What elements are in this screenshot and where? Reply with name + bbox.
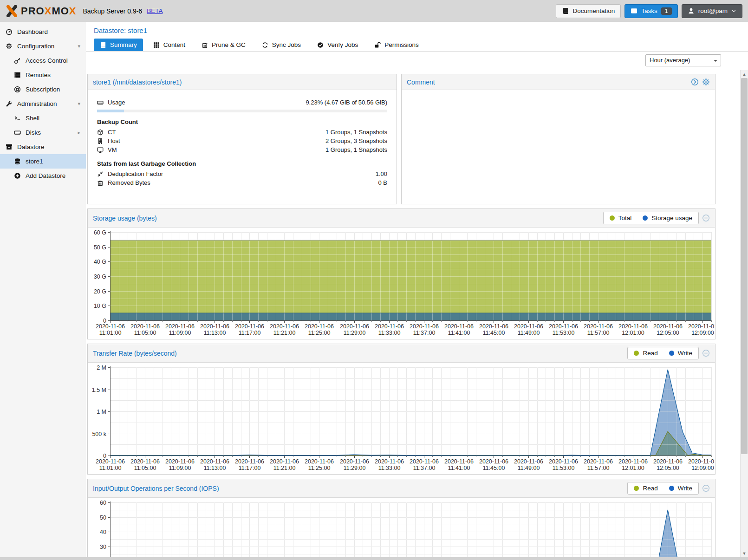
y-tick-label: 60: [100, 500, 106, 506]
scroll-up-arrow-icon[interactable]: ▲: [741, 71, 748, 78]
sidebar-item-store1[interactable]: store1: [0, 154, 86, 169]
proxmox-logo-icon: [6, 5, 18, 17]
iops-chart-title: Input/Output Operations per Second (IOPS…: [93, 485, 219, 492]
remotes-icon: [14, 72, 21, 78]
sidebar-item-administration[interactable]: Administration▾: [0, 97, 86, 111]
scrollbar-thumb[interactable]: [741, 78, 748, 454]
y-tick-label: 1 M: [97, 409, 106, 415]
collapse-icon[interactable]: [702, 484, 710, 492]
brand-text: PROXMOX: [21, 5, 77, 17]
chevron-down-icon[interactable]: ▾: [78, 101, 80, 107]
time-range-select[interactable]: Hour (average): [645, 54, 721, 66]
user-menu-button[interactable]: root@pam: [682, 4, 742, 18]
legend-item-write[interactable]: Write: [669, 485, 692, 492]
sidebar-item-dashboard[interactable]: Dashboard: [0, 25, 86, 39]
legend-item-write[interactable]: Write: [669, 350, 692, 357]
sidebar-item-subscription[interactable]: Subscription: [0, 82, 86, 97]
user-icon: [688, 7, 695, 14]
collapse-icon[interactable]: [702, 214, 710, 222]
sidebar-item-label: Dashboard: [17, 28, 48, 35]
grid-icon: [153, 42, 160, 48]
legend-label: Read: [643, 485, 657, 492]
comment-header: Comment: [402, 74, 715, 90]
sidebar-item-access-control[interactable]: Access Control: [0, 53, 86, 68]
row-label: Removed Bytes: [108, 179, 150, 186]
vertical-scrollbar[interactable]: ▲ ▼: [740, 70, 748, 557]
x-tick-label: 2020-11-0611:13:00: [200, 323, 229, 336]
desktop-icon: [97, 147, 104, 153]
x-tick-label: 2020-11-0611:57:00: [584, 323, 613, 336]
gc-stats-rows: Deduplication Factor1.00Removed Bytes0 B: [97, 169, 387, 187]
y-tick-label: 30 G: [94, 273, 106, 280]
tab-label: Summary: [110, 41, 137, 48]
key-icon: [14, 57, 21, 64]
axes: 60504030201002020-11-0611:01:002020-11-0…: [96, 500, 714, 560]
row-value: 2 Groups, 3 Snapshots: [325, 137, 387, 144]
legend-item-storage-usage[interactable]: Storage usage: [643, 215, 692, 221]
tab-label: Permissions: [384, 41, 419, 48]
y-tick-label: 50 G: [94, 244, 106, 251]
x-tick-label: 2020-11-0611:45:00: [479, 323, 508, 336]
beta-link[interactable]: BETA: [147, 7, 163, 14]
sidebar-item-shell[interactable]: Shell: [0, 111, 86, 125]
y-tick-label: 1.5 M: [92, 387, 106, 393]
y-tick-label: 60 G: [94, 229, 106, 236]
book-icon: [100, 42, 106, 48]
iops-chart: 60504030201002020-11-0611:01:002020-11-0…: [88, 498, 715, 560]
datastore-summary-header: store1 (/mnt/datastores/store1): [88, 74, 397, 90]
comment-body[interactable]: [402, 90, 715, 204]
sidebar-item-label: Access Control: [26, 57, 68, 64]
tasks-icon: [631, 7, 637, 14]
topbar-right: Documentation Tasks 1 root@pam: [556, 4, 742, 18]
iops-chart-header: Input/Output Operations per Second (IOPS…: [88, 479, 715, 498]
sidebar-item-datastore[interactable]: Datastore: [0, 140, 86, 154]
legend-item-total[interactable]: Total: [610, 215, 632, 221]
page-title: Datastore: store1: [94, 26, 748, 34]
comment-panel: Comment: [401, 74, 715, 204]
tab-sync-jobs[interactable]: Sync Jobs: [256, 39, 307, 51]
x-tick-label: 2020-11-0611:57:00: [584, 458, 613, 471]
brand-segment: X: [69, 5, 77, 17]
tab-permissions[interactable]: Permissions: [368, 39, 425, 51]
storage-usage-chart-title: Storage usage (bytes): [93, 215, 157, 222]
building-icon: [97, 138, 104, 144]
legend-label: Storage usage: [651, 215, 692, 221]
tab-content[interactable]: Content: [147, 39, 191, 51]
sidebar-item-disks[interactable]: Disks▸: [0, 125, 86, 140]
area-storage-usage: [110, 313, 711, 320]
tab-summary[interactable]: Summary: [94, 39, 143, 51]
transfer-rate-chart-tools: ReadWrite: [627, 347, 710, 359]
panels-region: store1 (/mnt/datastores/store1) Usage 9.…: [86, 69, 748, 560]
tasks-button[interactable]: Tasks 1: [624, 4, 677, 18]
chevron-down-icon[interactable]: ▾: [78, 43, 80, 49]
collapse-icon[interactable]: [702, 349, 710, 357]
row-label: Deduplication Factor: [108, 170, 163, 177]
x-tick-label: 2020-11-0611:41:00: [444, 323, 474, 336]
chevron-right-icon[interactable]: ▸: [78, 130, 80, 136]
tab-prune-gc[interactable]: Prune & GC: [195, 39, 252, 51]
transfer-rate-chart-panel: Transfer Rate (bytes/second) ReadWrite 2…: [87, 344, 715, 475]
scroll-down-arrow-icon[interactable]: ▼: [741, 550, 748, 557]
sidebar-item-remotes[interactable]: Remotes: [0, 68, 86, 82]
summary-row-ct: CT1 Groups, 1 Snapshots: [97, 128, 387, 137]
chevron-circle-right-icon[interactable]: [691, 78, 699, 86]
x-tick-label: 2020-11-0611:21:00: [270, 323, 299, 336]
row-label: CT: [108, 129, 116, 136]
check-circle-icon: [317, 42, 324, 48]
gear-icon[interactable]: [702, 78, 710, 86]
trash-icon: [202, 42, 208, 48]
legend-item-read[interactable]: Read: [634, 350, 657, 357]
desktop-icon: [97, 147, 104, 153]
x-tick-label: 2020-11-0612:01:00: [618, 458, 648, 471]
x-tick-label: 2020-11-0611:53:00: [549, 458, 578, 471]
sidebar-item-add-datastore[interactable]: Add Datastore: [0, 169, 86, 183]
x-tick-label: 2020-11-0611:37:00: [410, 458, 439, 471]
gc-stats-heading: Stats from last Garbage Collection: [97, 160, 387, 167]
sidebar-item-configuration[interactable]: Configuration▾: [0, 39, 86, 53]
tab-verify-jobs[interactable]: Verify Jobs: [311, 39, 364, 51]
backup-count-heading: Backup Count: [97, 118, 387, 125]
legend-item-read[interactable]: Read: [634, 485, 657, 492]
x-tick-label: 2020-11-0611:01:00: [96, 458, 125, 471]
documentation-button[interactable]: Documentation: [556, 4, 621, 18]
row-label: Host: [108, 137, 120, 144]
